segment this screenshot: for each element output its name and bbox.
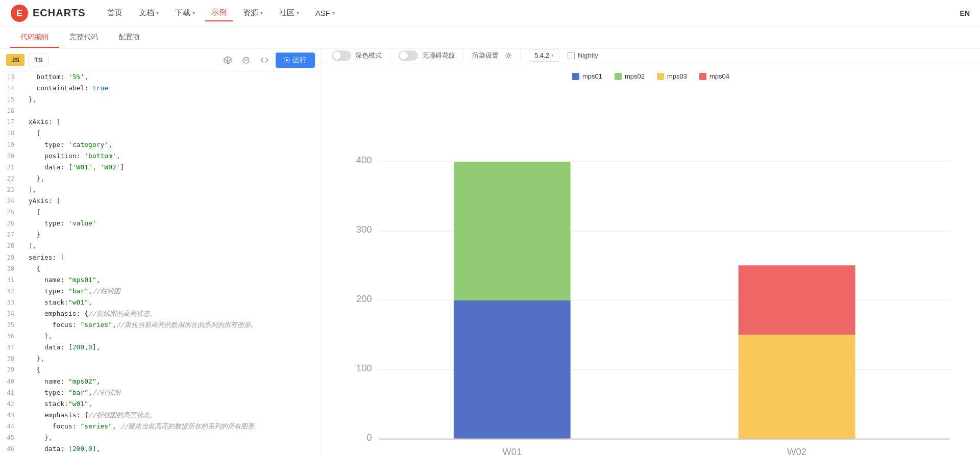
tab-config[interactable]: 配置项 [108,28,150,48]
code-line-30: 30 { [0,263,321,274]
legend-dot-mps04 [699,73,706,80]
code-line-26: 26 type: 'value' [0,218,321,229]
code-panel: JS TS [0,49,322,455]
bar-w01-mps02 [454,162,571,300]
bar-w01-mps01 [454,300,571,439]
code-line-17: 17 xAxis: [ [0,116,321,128]
svg-point-4 [507,54,510,57]
render-settings-group[interactable]: 渲染设置 [472,51,512,60]
settings-icon [505,52,512,59]
code-line-41: 41 type: "bar",//柱状图 [0,387,321,398]
y-label-300: 300 [356,224,372,235]
community-arrow-icon: ▾ [297,10,299,16]
nav-item-examples[interactable]: 示例 [205,5,233,21]
nav-item-asf[interactable]: ASF ▾ [309,6,341,20]
y-label-100: 100 [356,363,372,373]
dark-mode-toggle[interactable] [332,50,351,61]
code-editor[interactable]: 13 bottom: '5%', 14 containLabel: true 1… [0,71,321,455]
embed-icon[interactable] [257,53,272,67]
lang-switch[interactable]: EN [960,9,970,17]
code-line-35: 35 focus: "series",//聚焦当前高亮的数据所在的系列的所有图形… [0,319,321,331]
code-line-27: 27 } [0,229,321,240]
bar-chart: 0 100 200 300 400 [337,90,965,455]
code-line-25: 25 { [0,207,321,218]
svg-point-2 [243,57,249,63]
legend-label-mps04: mps04 [709,72,729,80]
docs-arrow-icon: ▾ [156,10,159,16]
bar-w02-mps04 [739,265,855,335]
nightly-label: Nightly [578,52,598,59]
legend-dot-mps03 [657,73,664,80]
code-line-19: 19 type: 'category', [0,139,321,150]
code-line-44: 44 focus: "series", //聚焦当前高亮的数据所在的系列的所有图… [0,421,321,432]
nav-item-docs[interactable]: 文档 ▾ [133,5,165,21]
code-line-28: 28 ], [0,240,321,251]
code-lines: 13 bottom: '5%', 14 containLabel: true 1… [0,71,321,454]
code-line-36: 36 }, [0,331,321,342]
nav-items: 首页 文档 ▾ 下载 ▾ 示例 资源 ▾ 社区 ▾ ASF ▾ [101,5,945,21]
toolbar-divider-1 [390,49,390,62]
code-line-34: 34 emphasis: {//折线图的高亮状态。 [0,308,321,319]
code-line-18: 18 { [0,128,321,139]
code-line-42: 42 stack:"w01", [0,398,321,410]
svg-text:E: E [16,8,22,18]
code-format-icon[interactable] [239,53,253,67]
code-line-13: 13 bottom: '5%', [0,71,321,83]
code-line-24: 24 yAxis: [ [0,195,321,207]
legend-item-mps04[interactable]: mps04 [699,72,729,80]
code-line-22: 22 }, [0,173,321,184]
code-toolbar: JS TS [0,49,321,71]
code-line-29: 29 series: [ [0,252,321,263]
watermark-toggle[interactable] [399,50,418,61]
logo-area[interactable]: E ECHARTS [10,4,86,22]
nightly-checkbox-group: Nightly [568,52,598,59]
code-line-37: 37 data: [200,0], [0,342,321,353]
toggle-knob-2 [400,52,408,60]
tab-full-code[interactable]: 完整代码 [59,28,108,48]
legend-label-mps02: mps02 [625,72,645,80]
legend-label-mps01: mps01 [582,72,602,80]
code-line-23: 23 ], [0,184,321,195]
ts-button[interactable]: TS [29,54,48,66]
code-line-38: 38 }, [0,353,321,364]
y-label-200: 200 [356,293,372,304]
nav-item-download[interactable]: 下载 ▾ [169,5,201,21]
legend-item-mps01[interactable]: mps01 [572,72,602,80]
download-arrow-icon: ▾ [192,10,195,16]
toolbar-divider-2 [463,49,464,62]
y-label-400: 400 [356,155,372,165]
run-button[interactable]: 运行 [276,53,315,68]
logo-text: ECHARTS [33,7,86,19]
code-line-14: 14 containLabel: true [0,83,321,94]
code-line-43: 43 emphasis: {//折线图的高亮状态。 [0,410,321,421]
resources-arrow-icon: ▾ [260,10,263,16]
chart-legend: mps01 mps02 mps03 mps04 [572,72,729,80]
nav-item-home[interactable]: 首页 [101,5,129,21]
dark-mode-toggle-group: 深色模式 [332,50,382,61]
code-line-45: 45 }, [0,432,321,443]
dark-mode-label: 深色模式 [355,51,382,60]
code-line-39: 39 { [0,364,321,375]
code-line-20: 20 position: 'bottom', [0,150,321,162]
nav-item-resources[interactable]: 资源 ▾ [237,5,269,21]
toggle-knob [333,52,341,60]
toolbar-divider-3 [520,49,521,62]
asf-arrow-icon: ▾ [332,10,335,16]
code-line-46: 46 data: [200,0], [0,443,321,454]
top-nav: E ECHARTS 首页 文档 ▾ 下载 ▾ 示例 资源 ▾ 社区 ▾ ASF … [0,0,980,27]
main-content: JS TS [0,49,980,455]
nightly-checkbox[interactable] [568,52,575,59]
version-select[interactable]: 5.4.2 ▾ [529,49,559,62]
cube-icon[interactable] [220,53,235,67]
nav-item-community[interactable]: 社区 ▾ [273,5,305,21]
tab-code-editor[interactable]: 代码编辑 [10,28,59,48]
js-button[interactable]: JS [6,54,24,66]
legend-item-mps03[interactable]: mps03 [657,72,687,80]
y-label-0: 0 [366,432,372,443]
code-line-33: 33 stack:"w01", [0,297,321,308]
chart-area: mps01 mps02 mps03 mps04 [322,62,980,455]
code-line-21: 21 data: ['W01', 'W02'] [0,162,321,173]
legend-item-mps02[interactable]: mps02 [615,72,645,80]
bar-w02-mps03 [739,335,855,439]
legend-dot-mps01 [572,73,579,80]
